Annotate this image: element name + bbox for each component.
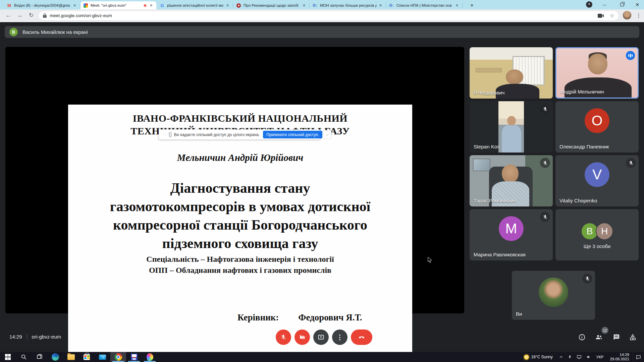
meeting-details-button[interactable] bbox=[576, 331, 588, 344]
participant-name: Тарас Романишин bbox=[474, 198, 516, 203]
participant-name: Vitaliy Chopenko bbox=[559, 198, 597, 203]
back-button[interactable] bbox=[4, 11, 13, 20]
participants-count-badge: 12 bbox=[601, 327, 608, 334]
bookmark-star-icon[interactable]: ☆ bbox=[610, 12, 614, 19]
participant-tile[interactable]: V Vitaliy Chopenko bbox=[555, 155, 639, 206]
speaker-icon bbox=[586, 355, 591, 359]
tab-recommendations[interactable]: Про Рекомендації щодо запобі bbox=[233, 1, 309, 9]
participant-tile-speaking[interactable]: Андрій Мельничин bbox=[555, 47, 639, 99]
tray-time: 14:29 bbox=[610, 353, 629, 357]
tab-search-icon[interactable] bbox=[586, 1, 592, 8]
activities-button[interactable] bbox=[626, 331, 639, 344]
taskbar-app-chrome-active[interactable] bbox=[110, 352, 126, 362]
taskbar-app-save-tool[interactable] bbox=[126, 352, 142, 362]
tray-mic-indicator[interactable] bbox=[566, 355, 574, 359]
mic-off-icon bbox=[582, 274, 592, 284]
taskbar-app-store[interactable] bbox=[79, 352, 95, 362]
weather-text: 16°C Sunny bbox=[531, 355, 553, 359]
start-button[interactable] bbox=[0, 352, 16, 362]
more-participants-tile[interactable]: В Н Ще 3 особи bbox=[555, 209, 639, 260]
tab-meet-active[interactable]: Meet: "ori-gbvz-eum" bbox=[80, 1, 156, 9]
meet-icon bbox=[84, 3, 88, 8]
browser-tab-strip: M Вхідні (8) - deynegar2004@gma Meet: "o… bbox=[0, 0, 644, 9]
participant-tile[interactable]: Тарас Романишин bbox=[470, 155, 553, 206]
share-message: Ви надаєте спільний доступ до цілого екр… bbox=[174, 132, 260, 137]
action-center-button[interactable] bbox=[633, 352, 644, 362]
language-indicator[interactable]: УКР bbox=[593, 355, 607, 359]
taskbar-app-explorer[interactable] bbox=[63, 352, 79, 362]
slide-author: Мельничин Андрій Юрійович bbox=[68, 152, 412, 163]
tray-volume[interactable] bbox=[584, 355, 593, 359]
tab-close-icon[interactable] bbox=[302, 3, 307, 8]
present-screen-button[interactable] bbox=[313, 329, 329, 345]
tab-close-icon[interactable] bbox=[454, 3, 460, 8]
forward-button[interactable] bbox=[15, 11, 24, 20]
mic-icon bbox=[568, 355, 572, 359]
drag-handle-icon[interactable] bbox=[162, 133, 167, 136]
taskbar-clock[interactable]: 14:29 29.09.2021 bbox=[606, 353, 633, 361]
share-screen-icon bbox=[169, 132, 171, 137]
participant-tile[interactable]: Stepan Kos bbox=[470, 101, 553, 153]
taskbar-weather[interactable]: 16°C Sunny bbox=[520, 355, 557, 360]
mon-icon: О: bbox=[389, 3, 394, 8]
slide-opp: ОПП – Обладнання нафтових і газових пром… bbox=[68, 266, 412, 275]
profile-avatar[interactable] bbox=[623, 11, 632, 20]
search-icon bbox=[21, 354, 27, 360]
address-bar[interactable]: meet.google.com/ori-gbvz-eum ☆ bbox=[39, 11, 619, 20]
window-restore-button[interactable] bbox=[614, 0, 629, 9]
leave-call-button[interactable] bbox=[351, 329, 372, 345]
more-options-button[interactable] bbox=[332, 329, 347, 345]
taskbar-search-button[interactable] bbox=[16, 352, 32, 362]
mon-icon: О: bbox=[313, 3, 318, 8]
meeting-code: ori-gbvz-eum bbox=[32, 334, 61, 340]
taskbar-app-edge[interactable] bbox=[47, 352, 63, 362]
reload-button[interactable] bbox=[27, 11, 36, 20]
tab-close-icon[interactable] bbox=[225, 3, 230, 8]
slide-title: Діагностування стану газомотокомпресорів… bbox=[68, 179, 412, 253]
tray-expand-caret[interactable] bbox=[557, 355, 566, 359]
window-minimize-button[interactable] bbox=[597, 0, 612, 9]
participant-tile[interactable]: О Олександр Паневник bbox=[555, 101, 639, 153]
tab-close-icon[interactable] bbox=[378, 3, 383, 8]
audio-level-icon bbox=[626, 51, 635, 60]
camera-in-use-icon[interactable] bbox=[598, 14, 604, 18]
tab-gmail[interactable]: M Вхідні (8) - deynegar2004@gma bbox=[4, 1, 80, 9]
share-bar-minimize-button[interactable]: – bbox=[323, 130, 331, 139]
chat-button[interactable] bbox=[610, 331, 623, 344]
paint-drop-icon bbox=[146, 353, 154, 361]
tray-date: 29.09.2021 bbox=[610, 357, 629, 361]
mic-toggle-button[interactable] bbox=[276, 329, 291, 345]
camera-toggle-button[interactable] bbox=[294, 329, 310, 345]
tab-mon-resources[interactable]: О: МОН залучає більше ресурсів д bbox=[310, 1, 386, 9]
tab-title: МОН залучає більше ресурсів д bbox=[320, 3, 377, 7]
red-site-icon bbox=[236, 3, 241, 8]
presenting-banner: В Василь Михайлюк на екрані bbox=[5, 26, 639, 38]
browser-menu-icon[interactable] bbox=[635, 11, 642, 20]
taskbar-app-mail[interactable] bbox=[95, 352, 110, 362]
participant-avatar: М bbox=[499, 216, 524, 241]
mouse-cursor bbox=[428, 257, 433, 263]
mic-off-icon bbox=[540, 104, 550, 114]
mic-off-icon bbox=[540, 212, 550, 222]
tab-close-icon[interactable] bbox=[72, 3, 77, 8]
participant-tile[interactable]: М Марина Равликовская bbox=[470, 209, 553, 260]
stop-sharing-button[interactable]: Припинити спільний доступ. bbox=[263, 131, 322, 138]
participant-avatar: О bbox=[585, 108, 609, 133]
tab-npa-list[interactable]: О: Список НПА | Міністерство осв bbox=[386, 1, 462, 9]
window-close-button[interactable] bbox=[630, 0, 644, 9]
participant-tile[interactable]: Я Федорович bbox=[470, 47, 553, 99]
participant-avatar: V bbox=[585, 162, 609, 187]
floppy-disk-icon bbox=[131, 354, 138, 360]
taskbar-app-paint3d[interactable] bbox=[142, 352, 158, 362]
self-view-tile[interactable]: Ви bbox=[512, 271, 595, 320]
browser-toolbar: meet.google.com/ori-gbvz-eum ☆ bbox=[0, 9, 644, 22]
participant-name: Андрій Мельничин bbox=[560, 89, 604, 95]
tab-title: Meet: "ori-gbvz-eum" bbox=[91, 3, 142, 7]
tab-google-search[interactable]: G рішення атестаційної колегії мо bbox=[157, 1, 233, 9]
screen: M Вхідні (8) - deynegar2004@gma Meet: "o… bbox=[0, 0, 644, 362]
chrome-icon bbox=[115, 353, 122, 361]
new-tab-button[interactable] bbox=[468, 1, 476, 10]
tray-display-network[interactable] bbox=[574, 355, 584, 359]
tab-close-icon[interactable] bbox=[149, 3, 154, 8]
task-view-button[interactable] bbox=[32, 352, 47, 362]
